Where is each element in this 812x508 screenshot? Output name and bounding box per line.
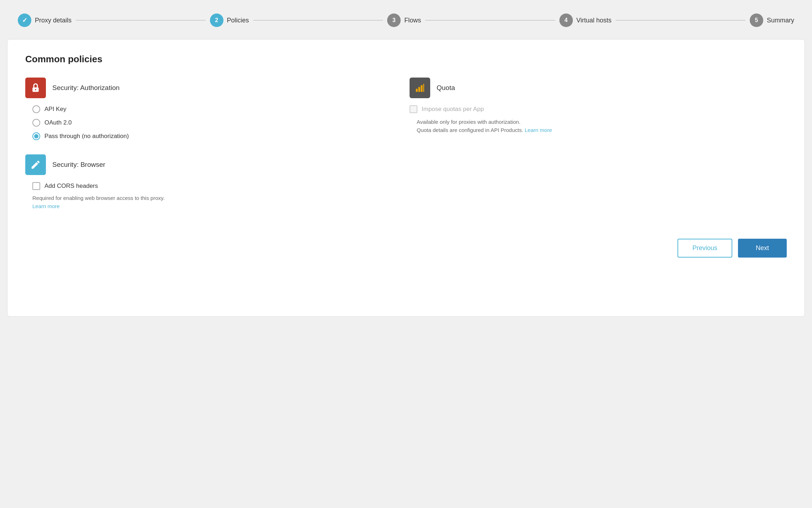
- radio-oauth[interactable]: OAuth 2.0: [32, 119, 406, 127]
- step-summary[interactable]: 5 Summary: [750, 14, 794, 27]
- next-button[interactable]: Next: [738, 239, 787, 258]
- step-circle-virtual-hosts: 4: [559, 14, 573, 27]
- quota-desc: Available only for proxies with authoriz…: [410, 118, 787, 134]
- previous-button[interactable]: Previous: [677, 239, 732, 258]
- security-authorization-title: Security: Authorization: [52, 84, 120, 92]
- security-authorization-section: Security: Authorization API Key OAuth 2.…: [25, 78, 406, 140]
- svg-rect-4: [421, 85, 423, 92]
- security-authorization-header: Security: Authorization: [25, 78, 406, 98]
- step-label-proxy-details: Proxy details: [35, 17, 72, 24]
- step-proxy-details[interactable]: ✓ Proxy details: [18, 14, 72, 27]
- step-virtual-hosts[interactable]: 4 Virtual hosts: [559, 14, 612, 27]
- cors-checkbox[interactable]: [32, 182, 40, 190]
- radio-pass-through-dot: [34, 134, 38, 138]
- radio-api-key[interactable]: API Key: [32, 105, 406, 113]
- footer: Previous Next: [25, 232, 787, 258]
- step-circle-policies: 2: [210, 14, 223, 27]
- security-browser-icon: [25, 154, 46, 175]
- security-authorization-icon: [25, 78, 46, 98]
- svg-rect-3: [418, 87, 420, 92]
- radio-options: API Key OAuth 2.0 Pass through (no autho…: [25, 105, 406, 140]
- radio-api-key-label: API Key: [44, 106, 66, 113]
- svg-point-1: [35, 89, 36, 90]
- quota-learn-more-link[interactable]: Learn more: [525, 127, 552, 133]
- step-connector-2: [253, 20, 383, 21]
- radio-oauth-input[interactable]: [32, 119, 40, 127]
- svg-rect-5: [423, 84, 424, 92]
- step-circle-summary: 5: [750, 14, 763, 27]
- step-connector-1: [76, 20, 206, 21]
- step-label-virtual-hosts: Virtual hosts: [576, 17, 612, 24]
- quota-section: Quota Impose quotas per App Available on…: [406, 78, 787, 154]
- step-policies[interactable]: 2 Policies: [210, 14, 249, 27]
- step-circle-proxy-details: ✓: [18, 14, 31, 27]
- quota-title: Quota: [437, 84, 455, 92]
- security-browser-title: Security: Browser: [52, 161, 105, 169]
- radio-api-key-input[interactable]: [32, 105, 40, 113]
- step-circle-flows: 3: [387, 14, 401, 27]
- radio-pass-through-input[interactable]: [32, 132, 40, 140]
- quota-icon: [410, 78, 430, 98]
- radio-pass-through[interactable]: Pass through (no authorization): [32, 132, 406, 140]
- step-flows[interactable]: 3 Flows: [387, 14, 421, 27]
- main-card: Common policies Security: Authorization: [7, 39, 805, 317]
- cors-checkbox-option[interactable]: Add CORS headers: [32, 182, 787, 190]
- quota-checkbox-row: Impose quotas per App: [410, 105, 787, 113]
- quota-checkbox[interactable]: [410, 105, 417, 113]
- step-connector-4: [616, 20, 745, 21]
- cors-desc: Required for enabling web browser access…: [32, 194, 787, 210]
- stepper: ✓ Proxy details 2 Policies 3 Flows 4 Vir…: [7, 7, 805, 33]
- svg-rect-2: [416, 89, 418, 92]
- security-browser-section: Security: Browser Add CORS headers Requi…: [25, 154, 787, 210]
- quota-header: Quota: [410, 78, 787, 98]
- cors-checkbox-label: Add CORS headers: [44, 182, 98, 190]
- step-label-summary: Summary: [767, 17, 794, 24]
- radio-oauth-label: OAuth 2.0: [44, 119, 72, 126]
- step-label-flows: Flows: [404, 17, 421, 24]
- security-browser-header: Security: Browser: [25, 154, 787, 175]
- step-label-policies: Policies: [227, 17, 249, 24]
- policies-grid: Security: Authorization API Key OAuth 2.…: [25, 78, 787, 154]
- card-title: Common policies: [25, 54, 787, 65]
- cors-learn-more-link[interactable]: Learn more: [32, 203, 60, 209]
- radio-pass-through-label: Pass through (no authorization): [44, 133, 129, 140]
- quota-checkbox-label: Impose quotas per App: [422, 106, 484, 113]
- step-connector-3: [425, 20, 555, 21]
